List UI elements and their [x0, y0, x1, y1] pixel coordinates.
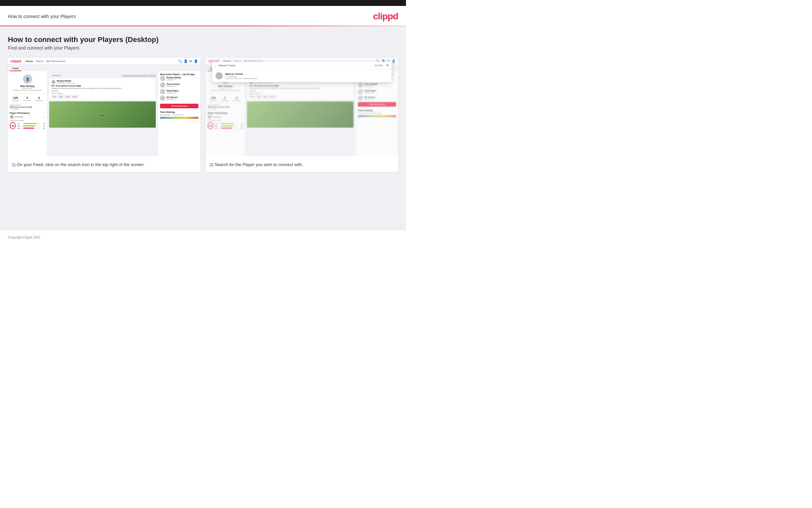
control-link[interactable]: Control who can see your activity and da… [122, 74, 156, 76]
search-result-club: Cypress Point Club, United Kingdom [225, 78, 257, 79]
top-bar [0, 0, 406, 6]
followers-val: 3 [23, 96, 31, 99]
mini-stats: 129 Activities 3 Followers 4 Following [10, 95, 45, 103]
golfer-image-2 [247, 101, 353, 128]
activity-date: 27 Jul 2022 [10, 108, 19, 110]
caption-area-2: 2) Search for the Player you wish to con… [206, 156, 398, 172]
circle-score: 84 [10, 122, 16, 129]
player-name-item: Piers Parnell [166, 83, 179, 85]
tag-arg: ARG [64, 95, 71, 98]
mini-bars: OTT 79 APP 70 ARG [17, 123, 45, 130]
panels-container: clippd Home Teams My Performance 🔍 👤 ⚙ 👤… [8, 58, 398, 172]
activities-val: 129 [12, 96, 19, 99]
mini-nav-home[interactable]: Home [26, 60, 33, 63]
list-item: Eli Vincent Activities: 1 [160, 95, 198, 101]
player-dropdown-icon[interactable]: ▾ [44, 116, 45, 118]
panel-2: clippd Home Teams My Performance 🔍 👤 ⚙ 👤… [206, 58, 398, 172]
tag-ott: OTT [51, 95, 57, 98]
active-players-list: Richard Butler Activities: 7 Piers Parne… [160, 76, 198, 101]
person-icon[interactable]: 👤 [184, 59, 188, 63]
page-header: How to connect with your Players clippd [0, 6, 406, 26]
player-acts-item: Activities: 3 [166, 92, 178, 94]
panel-1-screenshot: clippd Home Teams My Performance 🔍 👤 ⚙ 👤… [8, 58, 200, 156]
activity-tags: OTT APP ARG PUTT [51, 95, 153, 98]
activity-card: Richard Butler Yesterday · The Grove Pre… [49, 78, 156, 100]
activity-duration: 02 hr : 00 min [51, 92, 153, 94]
mini-nav-teams[interactable]: Teams [36, 60, 44, 63]
avatar-icon[interactable]: 👤 [194, 59, 198, 63]
player-acts-item: Activities: 7 [166, 79, 181, 81]
search-icon[interactable]: 🔍 [178, 59, 182, 63]
player-row-2: Eli Vincent ▾ [207, 115, 243, 119]
activity-person-name: Richard Butler [57, 80, 75, 82]
hero-subtitle: Find and connect with your Players [8, 45, 398, 50]
heatmap-labels: -5 +5 [160, 120, 198, 121]
mini-profile-area: 👤 Blair McHarg Golf Coach Mill Ride Golf… [10, 75, 45, 93]
page-title: How to connect with your Players [8, 14, 76, 19]
player-avatar-item [160, 89, 165, 94]
player-avatar [10, 115, 14, 119]
panel-2-screenshot: clippd Home Teams My Performance 🔍 👤 ⚙ 👤… [206, 58, 398, 156]
search-icon-overlay: ⌕ [215, 64, 217, 67]
following-val: 4 [35, 96, 43, 99]
golfer-image: 📸 [49, 101, 156, 128]
player-acts-item: Activities: 4 [166, 85, 179, 87]
heatmap-subtitle: Player Quality · 20 Round Trend [160, 114, 198, 116]
player-avatar-item [160, 95, 165, 101]
activity-meta: Yesterday · The Grove [57, 82, 75, 84]
close-button[interactable]: ✕ [386, 64, 389, 68]
following-lbl: Following [35, 99, 43, 101]
search-result-info: Marcus Turner 1-5 Handicap Cypress Point… [225, 73, 257, 79]
mini-nav-1: clippd Home Teams My Performance 🔍 👤 ⚙ 👤 [8, 58, 200, 65]
caption-area-1: 1) On your Feed, click on the search ico… [8, 156, 200, 172]
player-performance-title: Player Performance [10, 112, 45, 114]
search-result-avatar [216, 72, 223, 79]
most-active-title: Most Active Players - Last 30 days [160, 73, 198, 76]
heatmap-title: Team Heatmap [160, 111, 198, 113]
hero-title: How to connect with your Players (Deskto… [8, 35, 398, 44]
heatmap-bar [160, 117, 198, 119]
following-button[interactable]: Following ▾ [49, 73, 64, 77]
player-avatar-item [160, 76, 165, 81]
activity-avatar [51, 80, 55, 84]
followers-lbl: Followers [23, 99, 31, 101]
mini-feed-tab[interactable]: Feed [10, 66, 21, 71]
search-overlay-top: ⌕ Marcus Turner CLEAR ✕ [212, 62, 392, 70]
heatmap-high: +5 [197, 120, 198, 121]
mini-right-2: Most Active Players - Last 30 days Richa… [355, 71, 398, 156]
tag-putt: PUTT [71, 95, 78, 98]
profile-name: Blair McHarg [10, 85, 45, 87]
bar-app: APP 70 [17, 125, 45, 127]
mini-nav-performance[interactable]: My Performance [46, 60, 65, 63]
clear-button[interactable]: CLEAR [375, 64, 383, 67]
activity-head: Richard Butler Yesterday · The Grove [51, 80, 153, 84]
pp-title-2: Player Performance [207, 112, 243, 114]
copyright: Copyright Clippd 2022 [8, 236, 40, 239]
mini-body-1: 👤 Blair McHarg Golf Coach Mill Ride Golf… [8, 71, 200, 156]
mini-body-2: 👤 Blair McHarg Golf Coach Mill Ride Golf… [206, 71, 398, 156]
mini-sidebar-2: 👤 Blair McHarg Golf Coach Mill Ride Golf… [206, 71, 245, 156]
tag-app: APP [58, 95, 64, 98]
mini-player-row: Eli Vincent ▾ [10, 115, 45, 119]
score-row: 84 OTT 79 APP 70 [10, 121, 45, 130]
bar-arg: ARG 64 [17, 127, 45, 129]
player-name-item: Richard Butler [166, 77, 181, 79]
latest-activity-label: Latest Activity Afternoon round of golf … [10, 103, 45, 110]
avatar: 👤 [23, 75, 32, 84]
settings-icon[interactable]: ⚙ [189, 59, 192, 63]
player-name: Eli Vincent [15, 116, 23, 118]
bar-ott: OTT 79 [17, 123, 45, 125]
heatmap-low: -5 [160, 120, 161, 121]
player-avatar-item [160, 82, 165, 88]
search-result-name: Marcus Turner [225, 73, 257, 76]
mini-right-panel: Most Active Players - Last 30 days Richa… [158, 71, 200, 156]
team-dashboard-button[interactable]: Team Dashboard [160, 104, 198, 108]
mini-nav-icons: 🔍 👤 ⚙ 👤 [178, 59, 198, 63]
caption-text-2: 2) Search for the Player you wish to con… [209, 162, 394, 168]
caption-text-1: 1) On your Feed, click on the search ico… [12, 162, 196, 168]
profile-name-2: Blair McHarg [207, 85, 243, 87]
search-result[interactable]: Marcus Turner 1-5 Handicap Cypress Point… [212, 70, 392, 82]
search-input[interactable]: Marcus Turner [219, 64, 373, 67]
activity-duration-label: Duration [51, 90, 153, 92]
clippd-logo: clippd [373, 11, 398, 22]
